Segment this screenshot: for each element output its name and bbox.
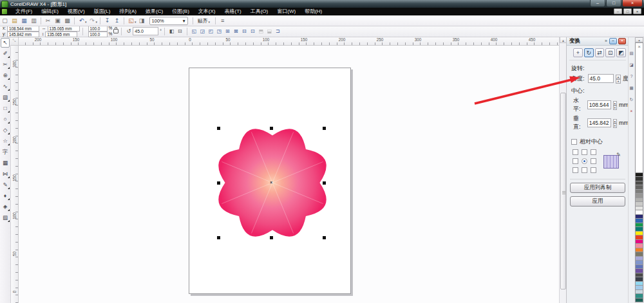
menu-item-2[interactable]: 视图(V): [63, 8, 90, 15]
drawing-canvas[interactable]: ×: [18, 45, 559, 303]
selection-handle[interactable]: [217, 181, 220, 185]
anchor-checkbox[interactable]: [573, 158, 578, 164]
eyedropper-tool[interactable]: ✎: [1, 180, 10, 190]
combine-icon[interactable]: ◱: [190, 26, 198, 36]
polygon-tool[interactable]: ◇: [1, 125, 10, 135]
blend-tool[interactable]: ⋈: [1, 169, 10, 179]
docker-tab-icon-3[interactable]: ▦: [629, 84, 634, 91]
menu-item-11[interactable]: 帮助(H): [300, 8, 327, 15]
snap-to-dropdown[interactable]: 贴齐 ▾: [195, 17, 214, 24]
lock-ratio-icon[interactable]: [113, 29, 118, 33]
convert-curves-icon[interactable]: ⊐: [274, 26, 282, 36]
docker-tab-icon-5[interactable]: ×: [629, 107, 634, 115]
pick-tool[interactable]: ↖: [1, 38, 10, 48]
mirror-vertical-icon[interactable]: ⊟: [176, 26, 184, 36]
anchor-checkbox[interactable]: [573, 167, 578, 173]
intersect-icon[interactable]: ◳: [215, 26, 223, 36]
document-close-button[interactable]: ×: [633, 8, 641, 14]
menu-item-3[interactable]: 版面(L): [90, 8, 115, 15]
welcome-screen-icon[interactable]: ◨: [137, 16, 147, 25]
rotation-center-mark[interactable]: ×: [270, 180, 272, 185]
apply-to-duplicate-button[interactable]: 应用到再制: [570, 183, 625, 193]
size-toggle[interactable]: ⊡: [605, 48, 615, 57]
document-minimize-button[interactable]: –: [614, 8, 622, 14]
chevron-down-icon[interactable]: ▾: [135, 20, 137, 24]
back-minus-front-icon[interactable]: ⊟: [240, 26, 249, 36]
menu-item-5[interactable]: 效果(C): [141, 8, 167, 15]
angle-field[interactable]: 45.0: [588, 74, 614, 83]
color-swatch[interactable]: [635, 298, 643, 302]
horizontal-spinner[interactable]: ▲▼: [613, 101, 618, 109]
close-button[interactable]: ×: [622, 0, 643, 7]
minimize-button[interactable]: –: [590, 0, 605, 7]
skew-toggle[interactable]: ◩: [616, 48, 626, 57]
docker-chevron-icon[interactable]: »: [605, 39, 607, 43]
anchor-center-radio[interactable]: [582, 158, 587, 164]
menu-item-8[interactable]: 表格(T): [220, 8, 245, 15]
center-horizontal-field[interactable]: 108.544: [587, 100, 611, 109]
docker-close-button[interactable]: ×: [618, 38, 626, 44]
selection-handle[interactable]: [217, 236, 220, 239]
simplify-icon[interactable]: ⊞: [223, 26, 232, 36]
vertical-spinner[interactable]: ▲▼: [613, 119, 618, 127]
rectangle-tool[interactable]: □: [1, 104, 10, 113]
shape-tool[interactable]: ✐: [1, 49, 10, 59]
copy-icon[interactable]: ▣: [53, 16, 62, 25]
center-vertical-field[interactable]: 145.842: [587, 118, 611, 127]
anchor-checkbox[interactable]: [582, 149, 587, 155]
relative-center-checkbox[interactable]: [571, 139, 577, 145]
ellipse-tool[interactable]: ○: [1, 115, 10, 124]
maximize-button[interactable]: □: [606, 0, 621, 7]
selection-handle[interactable]: [323, 181, 326, 185]
import-icon[interactable]: ↧: [102, 16, 112, 25]
zoom-tool[interactable]: ⊕: [1, 71, 10, 80]
rotate-toggle[interactable]: ↻: [584, 48, 594, 57]
scrollbar-thumb[interactable]: [560, 93, 566, 289]
ruler-origin-box[interactable]: ⤡: [10, 37, 19, 46]
apply-button[interactable]: 应用: [570, 196, 625, 207]
anchor-checkbox[interactable]: [591, 158, 596, 164]
crop-tool[interactable]: ✂: [1, 60, 10, 69]
menu-item-1[interactable]: 编辑(E): [37, 8, 63, 15]
basic-shapes-tool[interactable]: ☆: [1, 136, 10, 146]
open-icon[interactable]: ▤: [10, 16, 19, 25]
chevron-down-icon[interactable]: ▾: [85, 20, 87, 24]
palette-scroll-up-button[interactable]: ▲: [635, 37, 643, 42]
anchor-checkbox[interactable]: [582, 167, 587, 173]
create-boundary-icon[interactable]: ⊡: [249, 26, 257, 36]
to-front-icon[interactable]: ⬒: [257, 26, 265, 36]
selection-handle[interactable]: [323, 127, 326, 130]
export-icon[interactable]: ↥: [112, 16, 122, 25]
interactive-fill-tool[interactable]: ▧: [1, 213, 10, 223]
anchor-checkbox[interactable]: [573, 149, 578, 155]
text-tool[interactable]: 字: [1, 147, 10, 157]
fill-tool[interactable]: ◈: [1, 202, 10, 212]
front-minus-back-icon[interactable]: ⊠: [232, 26, 240, 36]
document-restore-button[interactable]: □: [623, 8, 632, 14]
menu-item-0[interactable]: 文件(F): [11, 8, 37, 15]
selection-handle[interactable]: [270, 127, 273, 130]
table-tool[interactable]: ▦: [1, 158, 10, 168]
freehand-tool[interactable]: ∿: [1, 82, 10, 91]
rotation-angle-field[interactable]: 45.0: [133, 27, 158, 35]
scale-v-field[interactable]: 100.0: [88, 32, 108, 37]
anchor-checkbox[interactable]: [591, 167, 596, 173]
print-icon[interactable]: ▥: [29, 16, 39, 25]
docker-minimize-button[interactable]: –: [609, 38, 617, 44]
position-toggle[interactable]: +: [573, 48, 583, 57]
angle-spinner[interactable]: ▲▼: [616, 75, 621, 83]
no-color-swatch[interactable]: ×: [635, 42, 643, 173]
object-y-field[interactable]: 145.842 mm: [7, 32, 39, 37]
scale-mirror-toggle[interactable]: ⇄: [595, 48, 605, 57]
anchor-checkbox[interactable]: [591, 149, 596, 155]
to-back-icon[interactable]: ⬓: [265, 26, 274, 36]
vertical-ruler[interactable]: 300250200150100500: [10, 45, 19, 303]
paste-icon[interactable]: ▩: [62, 16, 72, 25]
options-icon[interactable]: ≡: [218, 16, 227, 25]
horizontal-ruler[interactable]: 20015010050050100150200250300350400450: [18, 37, 559, 46]
save-icon[interactable]: ▦: [19, 16, 29, 25]
menu-item-4[interactable]: 排列(A): [115, 8, 141, 15]
selection-handle[interactable]: [270, 236, 273, 239]
new-document-icon[interactable]: ▢: [0, 16, 10, 25]
selection-handle[interactable]: [323, 236, 326, 239]
